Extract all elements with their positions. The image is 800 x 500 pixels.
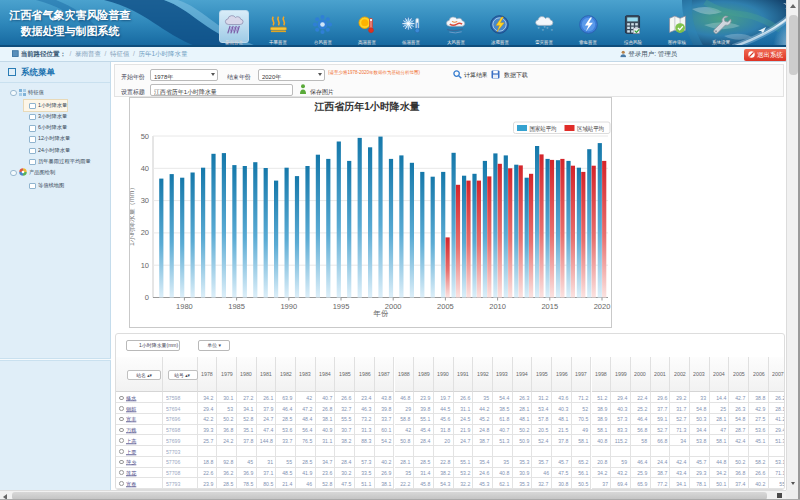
svg-text:区域站平均: 区域站平均 — [577, 125, 604, 133]
svg-text:*: * — [550, 28, 552, 34]
svg-text:2015: 2015 — [541, 302, 558, 311]
svg-text:50: 50 — [141, 132, 149, 141]
svg-text:2005: 2005 — [437, 302, 454, 311]
svg-text:1990: 1990 — [280, 302, 297, 311]
svg-text:30: 30 — [141, 196, 149, 205]
svg-text:年份: 年份 — [373, 309, 390, 318]
svg-text:1980: 1980 — [176, 302, 193, 311]
svg-text:2020: 2020 — [594, 302, 611, 311]
svg-text:江西省历年1小时降水量: 江西省历年1小时降水量 — [313, 101, 420, 112]
svg-text:40: 40 — [141, 164, 149, 173]
svg-text:国家站平均: 国家站平均 — [530, 125, 557, 133]
svg-text:20: 20 — [141, 228, 149, 237]
svg-text:1985: 1985 — [228, 302, 245, 311]
svg-text:10: 10 — [141, 261, 149, 270]
svg-text:1小时降水量（mm）: 1小时降水量（mm） — [130, 184, 136, 246]
svg-text:2010: 2010 — [489, 302, 506, 311]
svg-text:*: * — [546, 26, 548, 32]
svg-text:0: 0 — [145, 293, 149, 302]
svg-text:1995: 1995 — [333, 302, 350, 311]
svg-text:*: * — [537, 26, 539, 32]
svg-text:*: * — [543, 25, 545, 31]
